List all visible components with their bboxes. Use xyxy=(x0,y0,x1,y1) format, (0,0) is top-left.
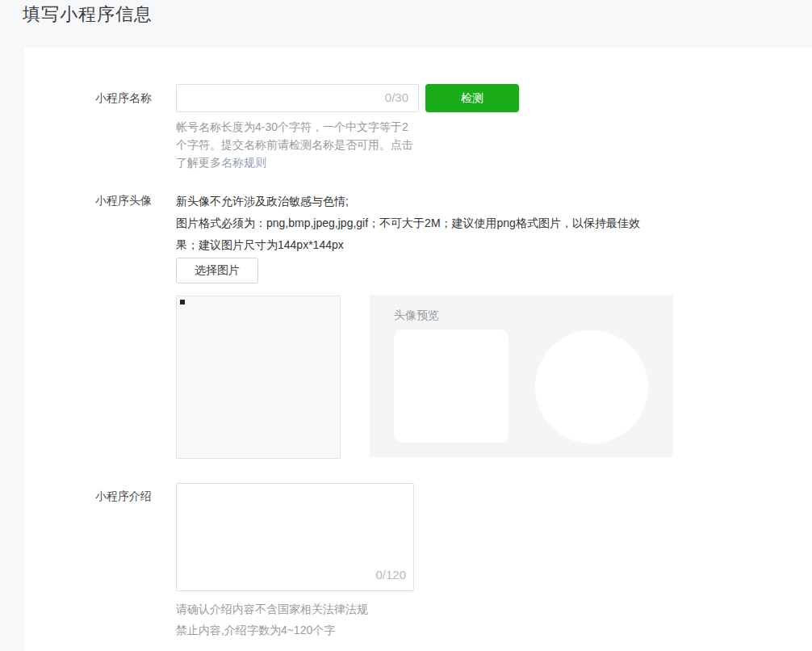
avatar-field-label: 小程序头像 xyxy=(95,194,152,208)
name-help-line2: 个字符。提交名称前请检测名称是否可用。点击 xyxy=(176,136,426,153)
intro-field-label: 小程序介绍 xyxy=(95,489,152,504)
avatar-description: 新头像不允许涉及政治敏感与色情; 图片格式必须为：png,bmp,jpeg,jp… xyxy=(176,191,693,256)
avatar-preview-panel: 头像预览 xyxy=(370,295,673,457)
avatar-desc-line2: 图片格式必须为：png,bmp,jpeg,jpg,gif；不可大于2M；建议使用… xyxy=(176,212,693,234)
form-card: 小程序名称 0/30 检测 帐号名称长度为4-30个字符，一个中文字等于2 个字… xyxy=(24,48,812,651)
page-title: 填写小程序信息 xyxy=(23,2,153,27)
intro-help-text: 请确认介绍内容不含国家相关法律法规 禁止内容,介绍字数为4~120个字 xyxy=(176,598,434,640)
name-help-text: 帐号名称长度为4-30个字符，一个中文字等于2 个字符。提交名称前请检测名称是否… xyxy=(176,118,426,171)
name-help-line1: 帐号名称长度为4-30个字符，一个中文字等于2 xyxy=(176,118,426,136)
name-input-wrap: 0/30 xyxy=(176,84,419,112)
choose-image-button[interactable]: 选择图片 xyxy=(176,258,258,284)
avatar-preview-circle xyxy=(535,330,648,443)
intro-textarea[interactable] xyxy=(176,483,414,591)
intro-help-line2: 禁止内容,介绍字数为4~120个字 xyxy=(176,620,434,640)
avatar-desc-line3: 果；建议图片尺寸为144px*144px xyxy=(176,234,693,256)
check-name-button[interactable]: 检测 xyxy=(425,84,519,112)
name-help-line3-prefix: 了解更多 xyxy=(176,156,221,169)
name-rules-link[interactable]: 名称规则 xyxy=(221,156,266,169)
avatar-preview-title: 头像预览 xyxy=(394,309,439,323)
broken-image-icon xyxy=(180,300,185,304)
intro-help-line1: 请确认介绍内容不含国家相关法律法规 xyxy=(176,598,434,620)
avatar-preview-square xyxy=(394,330,509,443)
avatar-crop-area[interactable] xyxy=(176,296,341,459)
name-input[interactable] xyxy=(176,84,419,112)
name-help-line3: 了解更多名称规则 xyxy=(176,153,426,171)
name-field-label: 小程序名称 xyxy=(95,91,152,106)
avatar-desc-line1: 新头像不允许涉及政治敏感与色情; xyxy=(176,191,693,212)
intro-textarea-wrap: 0/120 xyxy=(176,483,414,591)
